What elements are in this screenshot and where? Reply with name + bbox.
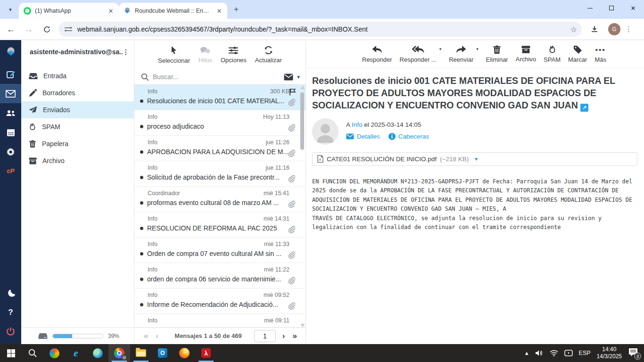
forward-button[interactable]: Reenviar — [449, 45, 473, 63]
settings-nav-button[interactable] — [0, 142, 21, 161]
next-page-button[interactable]: › — [279, 331, 289, 341]
message-row[interactable]: Coordinador mié 15:41 proformas evento c… — [134, 187, 305, 212]
taskbar-acrobat[interactable]: λ — [195, 344, 217, 362]
forward-icon — [455, 45, 467, 54]
connect-display-icon[interactable] — [564, 350, 573, 356]
message-row[interactable]: Info mié 14:31 RESOLUCION DE REFORMA AL … — [134, 212, 305, 238]
page-number-input[interactable]: 1 — [254, 330, 276, 342]
tab-search-button[interactable]: ▾ — [4, 3, 17, 16]
list-scrollbar[interactable] — [299, 86, 305, 327]
recipient-link[interactable]: Info — [352, 121, 363, 128]
search-bar[interactable]: Buscar... ▾ — [134, 69, 305, 85]
tab-close-icon[interactable]: ✕ — [215, 7, 223, 15]
dark-mode-button[interactable] — [0, 283, 21, 303]
tab-roundcube[interactable]: Roundcube Webmail :: Enviados ✕ — [119, 3, 227, 19]
message-row[interactable]: Info jue 11:26 APROBACION PARA LA ADQUIS… — [134, 136, 305, 161]
scrollbar-thumb[interactable] — [300, 92, 304, 150]
first-page-button[interactable]: « — [140, 331, 152, 341]
select-button[interactable]: Seleccionar — [158, 46, 190, 64]
forward-button[interactable]: → — [22, 22, 36, 36]
minimize-button[interactable] — [579, 0, 601, 16]
open-in-new-window-icon[interactable]: ↗ — [580, 104, 588, 112]
refresh-button[interactable]: Actualizar — [255, 46, 282, 64]
taskbar-copilot[interactable] — [43, 344, 65, 362]
delete-button[interactable]: Eliminar — [486, 45, 508, 63]
tab-whatsapp[interactable]: (1) WhatsApp ✕ — [19, 3, 119, 19]
more-button[interactable]: ••• Más — [594, 45, 606, 63]
address-bar[interactable]: webmail.sanjuan.gob.ec/cpsess3265394567/… — [58, 22, 582, 37]
options-button[interactable]: Opciones — [221, 46, 247, 64]
taskbar-outlook[interactable]: O — [152, 344, 173, 362]
message-row[interactable]: Info 300 KB Resoluciones de inicio 001 C… — [134, 85, 305, 110]
mark-button[interactable]: Marcar — [568, 45, 587, 63]
archive-button[interactable]: Archivo — [516, 45, 536, 63]
browser-profile-avatar[interactable]: G — [608, 23, 620, 35]
flag-icon[interactable] — [289, 88, 296, 96]
search-scope-mail-icon[interactable] — [284, 74, 293, 81]
site-settings-icon[interactable] — [64, 26, 73, 33]
taskbar-edge[interactable] — [87, 344, 108, 362]
message-row[interactable]: Info mié 09:11 — [134, 314, 305, 327]
close-button[interactable]: ✕ — [622, 0, 644, 16]
folder-entrada[interactable]: Entrada — [21, 67, 134, 84]
forward-menu-icon[interactable]: ▾ — [476, 47, 479, 51]
reply-all-menu-icon[interactable]: ▾ — [439, 47, 442, 51]
restore-button[interactable] — [601, 0, 622, 16]
taskbar-firefox[interactable] — [173, 344, 195, 362]
search-options-chevron-icon[interactable]: ▾ — [297, 74, 300, 80]
reply-all-button[interactable]: Responder ... — [400, 45, 437, 63]
folder-borradores[interactable]: Borradores — [21, 84, 134, 101]
taskbar-internet-explorer[interactable]: e — [65, 344, 87, 362]
tray-expand-icon[interactable]: ▲ — [524, 350, 529, 356]
threads-button[interactable]: Hilos — [198, 46, 212, 64]
contacts-nav-button[interactable] — [0, 103, 21, 123]
back-button[interactable]: ← — [4, 22, 18, 36]
reload-button[interactable] — [40, 22, 54, 36]
downloads-button[interactable] — [587, 22, 602, 36]
account-menu-button[interactable]: ⋮ — [123, 48, 129, 56]
language-indicator[interactable]: ESP — [579, 350, 591, 356]
attachment-menu-icon[interactable]: ▼ — [474, 156, 479, 162]
tab-close-icon[interactable]: ✕ — [107, 7, 115, 15]
spam-button[interactable]: SPAM — [544, 45, 561, 63]
calendar-nav-button[interactable] — [0, 123, 21, 142]
reply-button[interactable]: Responder — [362, 45, 392, 63]
compose-button[interactable] — [0, 65, 21, 84]
details-toggle[interactable]: Detalles — [346, 133, 380, 140]
start-button[interactable] — [0, 344, 22, 362]
message-row[interactable]: Info mié 11:22 orden de compra 06 servic… — [134, 263, 305, 288]
reply-icon — [372, 45, 383, 54]
notification-center-button[interactable]: 3 — [628, 348, 639, 358]
message-row[interactable]: Info Hoy 11:13 proceso adjudicaco — [134, 110, 305, 136]
url-text[interactable]: webmail.sanjuan.gob.ec/cpsess3265394567/… — [77, 25, 570, 33]
last-page-button[interactable]: » — [289, 331, 301, 341]
attachment-bar[interactable]: A CATE01 RESOLUCIÓN DE INICIO.pdf (~218 … — [312, 152, 637, 166]
wifi-icon[interactable] — [550, 350, 558, 356]
message-row[interactable]: Info jue 11:16 Solicitud de aprobación d… — [134, 161, 305, 187]
taskbar-chrome[interactable]: G — [108, 344, 130, 362]
mail-nav-button[interactable] — [0, 84, 21, 103]
message-date: Hoy 11:13 — [263, 114, 289, 120]
help-button[interactable]: ? — [0, 303, 21, 322]
browser-menu-button[interactable]: ⋮ — [625, 25, 632, 33]
scroll-up-icon[interactable] — [300, 86, 305, 89]
headers-toggle[interactable]: Cabeceras — [388, 133, 429, 140]
scroll-down-icon[interactable] — [300, 324, 305, 327]
taskbar-clock[interactable]: 14:40 14/3/2025 — [597, 346, 622, 360]
attachment-name[interactable]: CATE01 RESOLUCIÓN DE INICIO.pdf — [327, 156, 437, 163]
message-row[interactable]: Info mié 11:33 Orden de compra 07 evento… — [134, 238, 305, 263]
folder-spam[interactable]: SPAM — [21, 118, 134, 135]
folder-enviados[interactable]: Enviados — [21, 101, 134, 118]
paperclip-icon — [288, 149, 295, 157]
taskbar-search-button[interactable] — [22, 344, 43, 362]
new-tab-button[interactable]: + — [230, 3, 242, 16]
cpanel-link[interactable]: cP — [0, 161, 21, 181]
logout-button[interactable] — [0, 322, 21, 341]
taskbar-file-explorer[interactable] — [130, 344, 152, 362]
bookmark-star-icon[interactable]: ☆ — [570, 25, 577, 34]
volume-icon[interactable] — [536, 350, 544, 356]
folder-papelera[interactable]: Papelera — [21, 135, 134, 152]
message-row[interactable]: Info mié 09:52 Informe de Recomendación … — [134, 288, 305, 314]
prev-page-button[interactable]: ‹ — [152, 331, 162, 341]
folder-archivo[interactable]: Archivo — [21, 152, 134, 169]
